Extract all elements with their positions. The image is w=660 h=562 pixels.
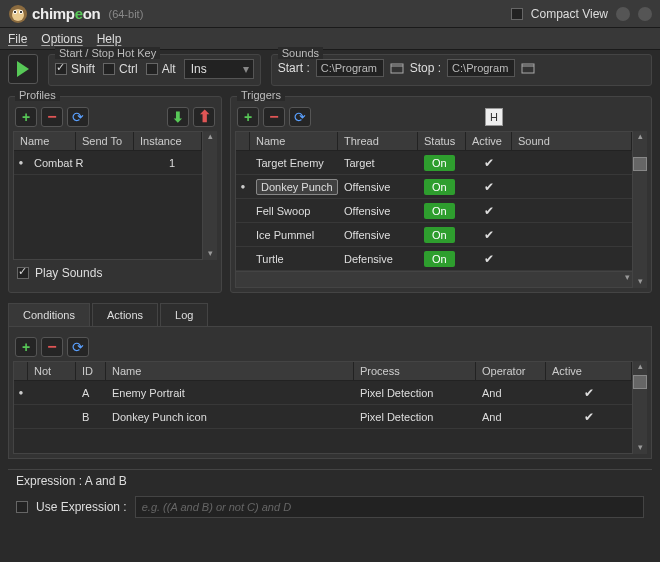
triggers-col-status[interactable]: Status [418, 132, 466, 150]
status-badge[interactable]: On [424, 227, 455, 243]
trigger-add-button[interactable]: + [237, 107, 259, 127]
table-row[interactable]: Ice PummelOffensiveOn✔ [236, 223, 632, 247]
alt-checkbox[interactable] [146, 63, 158, 75]
table-row[interactable]: Target EnemyTargetOn✔ [236, 151, 632, 175]
trigger-hotkey-box[interactable]: H [485, 108, 503, 126]
triggers-scrollbar[interactable]: ▴▾ [633, 131, 647, 288]
svg-rect-6 [391, 64, 403, 73]
start-sound-label: Start : [278, 61, 310, 75]
cond-col-operator[interactable]: Operator [476, 362, 546, 380]
check-icon: ✔ [584, 410, 594, 424]
ctrl-label: Ctrl [119, 62, 138, 76]
sounds-group-title: Sounds [278, 47, 323, 59]
table-row[interactable]: BDonkey Punch iconPixel DetectionAnd✔ [14, 405, 632, 429]
profile-upload-button[interactable]: ⬆ [193, 107, 215, 127]
status-badge[interactable]: On [424, 203, 455, 219]
check-icon: ✔ [484, 228, 494, 242]
triggers-col-thread[interactable]: Thread [338, 132, 418, 150]
start-sound-path[interactable]: C:\Program [316, 59, 384, 77]
app-brand: chimpeon [32, 5, 100, 22]
table-row[interactable]: TurtleDefensiveOn✔ [236, 247, 632, 271]
use-expression-label: Use Expression : [36, 500, 127, 514]
condition-add-button[interactable]: + [15, 337, 37, 357]
detail-tabs: Conditions Actions Log [8, 303, 652, 327]
menu-options[interactable]: Options [41, 32, 82, 46]
app-logo-icon [8, 4, 28, 24]
check-icon: ✔ [584, 386, 594, 400]
triggers-col-sound[interactable]: Sound [512, 132, 632, 150]
condition-remove-button[interactable]: − [41, 337, 63, 357]
profiles-col-sendto[interactable]: Send To [76, 132, 134, 150]
play-button[interactable] [8, 54, 38, 84]
profile-add-button[interactable]: + [15, 107, 37, 127]
status-badge[interactable]: On [424, 251, 455, 267]
ctrl-checkbox[interactable] [103, 63, 115, 75]
alt-label: Alt [162, 62, 176, 76]
check-icon: ✔ [484, 204, 494, 218]
close-button[interactable] [638, 7, 652, 21]
profiles-col-name[interactable]: Name [14, 132, 76, 150]
hotkey-select[interactable]: Ins [184, 59, 254, 79]
trigger-refresh-button[interactable]: ⟳ [289, 107, 311, 127]
cond-col-id[interactable]: ID [76, 362, 106, 380]
cond-col-not[interactable]: Not [28, 362, 76, 380]
table-row[interactable]: ●Combat Ro1 [14, 151, 202, 175]
svg-rect-7 [522, 64, 534, 73]
condition-refresh-button[interactable]: ⟳ [67, 337, 89, 357]
profiles-panel: Profiles + − ⟳ ⬇ ⬆ Name Send To Instance… [8, 96, 222, 293]
menu-help[interactable]: Help [97, 32, 122, 46]
stop-sound-browse-icon[interactable] [521, 61, 535, 75]
table-row[interactable]: ●AEnemy PortraitPixel DetectionAnd✔ [14, 381, 632, 405]
table-row[interactable]: Fell SwoopOffensiveOn✔ [236, 199, 632, 223]
compact-view-label: Compact View [531, 7, 608, 21]
triggers-title: Triggers [237, 89, 285, 101]
cond-col-active[interactable]: Active [546, 362, 632, 380]
tab-actions[interactable]: Actions [92, 303, 158, 326]
triggers-grid[interactable]: Name Thread Status Active Sound Target E… [235, 131, 633, 288]
profile-remove-button[interactable]: − [41, 107, 63, 127]
check-icon: ✔ [484, 252, 494, 266]
stop-sound-label: Stop : [410, 61, 441, 75]
compact-view-checkbox[interactable] [511, 8, 523, 20]
profiles-title: Profiles [15, 89, 60, 101]
profiles-grid[interactable]: Name Send To Instance ●Combat Ro1 [13, 131, 203, 260]
profile-download-button[interactable]: ⬇ [167, 107, 189, 127]
expression-display: Expression : A and B [8, 469, 652, 492]
stop-sound-path[interactable]: C:\Program [447, 59, 515, 77]
shift-checkbox[interactable] [55, 63, 67, 75]
play-sounds-label: Play Sounds [35, 266, 102, 280]
tab-log[interactable]: Log [160, 303, 208, 326]
cond-col-process[interactable]: Process [354, 362, 476, 380]
profiles-col-instance[interactable]: Instance [134, 132, 202, 150]
profile-refresh-button[interactable]: ⟳ [67, 107, 89, 127]
triggers-col-active[interactable]: Active [466, 132, 512, 150]
bitness-label: (64-bit) [108, 8, 143, 20]
hotkey-group-title: Start / Stop Hot Key [55, 47, 160, 59]
svg-point-5 [20, 11, 22, 13]
titlebar: chimpeon (64-bit) Compact View [0, 0, 660, 28]
tab-conditions[interactable]: Conditions [8, 303, 90, 326]
use-expression-checkbox[interactable] [16, 501, 28, 513]
status-badge[interactable]: On [424, 179, 455, 195]
triggers-panel: Triggers + − ⟳ H Name Thread Status Acti… [230, 96, 652, 293]
cond-col-name[interactable]: Name [106, 362, 354, 380]
svg-point-4 [14, 11, 16, 13]
expression-input[interactable]: e.g. ((A and B) or not C) and D [135, 496, 644, 518]
triggers-col-name[interactable]: Name [250, 132, 338, 150]
status-badge[interactable]: On [424, 155, 455, 171]
shift-label: Shift [71, 62, 95, 76]
start-sound-browse-icon[interactable] [390, 61, 404, 75]
minimize-button[interactable] [616, 7, 630, 21]
trigger-remove-button[interactable]: − [263, 107, 285, 127]
conditions-grid[interactable]: Not ID Name Process Operator Active ●AEn… [13, 361, 633, 454]
check-icon: ✔ [484, 156, 494, 170]
menu-file[interactable]: File [8, 32, 27, 46]
profiles-scrollbar[interactable]: ▴▾ [203, 131, 217, 260]
conditions-scrollbar[interactable]: ▴▾ [633, 361, 647, 454]
table-row[interactable]: ●Donkey PunchOffensiveOn✔ [236, 175, 632, 199]
play-icon [17, 61, 29, 77]
play-sounds-checkbox[interactable] [17, 267, 29, 279]
check-icon: ✔ [484, 180, 494, 194]
